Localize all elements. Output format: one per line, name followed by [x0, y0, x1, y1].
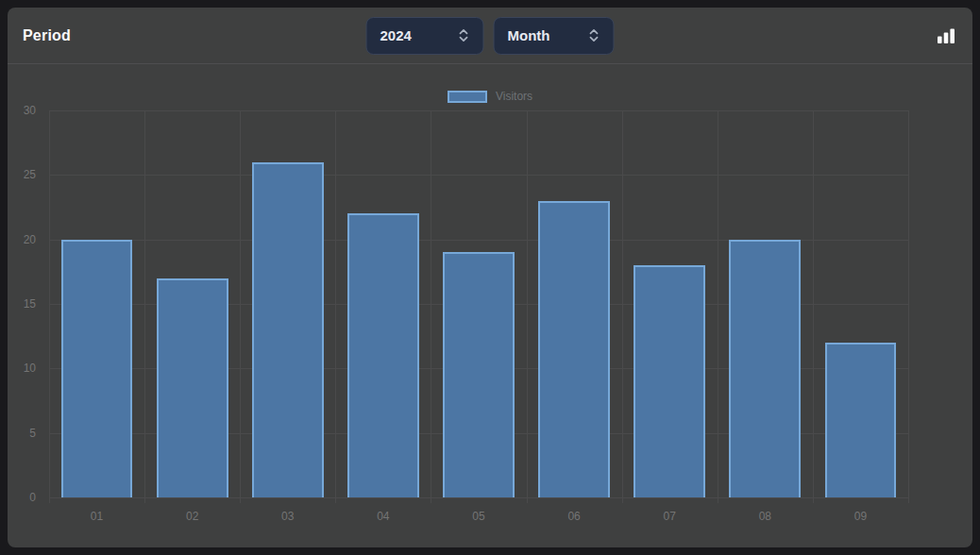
- vertical-gridline: [908, 110, 909, 503]
- horizontal-gridline: [49, 175, 908, 176]
- vertical-gridline: [718, 110, 718, 503]
- bar-01[interactable]: [61, 240, 133, 497]
- plot-area: [49, 110, 908, 497]
- vertical-gridline: [622, 110, 623, 503]
- bar-03[interactable]: [252, 162, 324, 497]
- bar-06[interactable]: [538, 201, 610, 497]
- horizontal-gridline: [49, 110, 908, 111]
- y-axis-labels: 051015202530: [8, 110, 42, 497]
- x-axis-labels: 010203040506070809: [49, 497, 908, 547]
- y-tick-label: 30: [24, 104, 36, 117]
- y-tick-label: 25: [24, 168, 36, 181]
- y-tick-label: 10: [24, 362, 36, 375]
- granularity-select-value: Month: [508, 27, 550, 43]
- panel-title: Period: [23, 27, 71, 44]
- chevrons-up-down-icon: [586, 27, 602, 43]
- vertical-gridline: [335, 110, 336, 503]
- x-tick-label: 07: [664, 510, 676, 523]
- vertical-gridline: [144, 110, 145, 503]
- x-tick-label: 03: [281, 510, 294, 523]
- vertical-gridline: [240, 110, 241, 503]
- year-select-value: 2024: [380, 27, 412, 43]
- bar-07[interactable]: [634, 265, 705, 497]
- visitors-chart: Visitors 051015202530 010203040506070809: [8, 64, 972, 547]
- bar-08[interactable]: [729, 240, 801, 497]
- y-tick-label: 15: [24, 297, 36, 311]
- x-tick-label: 01: [91, 510, 103, 523]
- chart-legend: Visitors: [8, 90, 972, 103]
- legend-swatch: [448, 91, 487, 103]
- vertical-gridline: [527, 110, 528, 503]
- bar-02[interactable]: [157, 278, 228, 497]
- x-tick-label: 09: [854, 510, 867, 523]
- bar-05[interactable]: [443, 252, 515, 497]
- filter-controls: 2024 Month: [366, 17, 615, 55]
- y-tick-label: 5: [29, 427, 36, 440]
- y-tick-label: 0: [29, 491, 36, 504]
- legend-label: Visitors: [496, 90, 532, 103]
- x-tick-label: 02: [186, 510, 198, 523]
- vertical-gridline: [431, 110, 431, 503]
- granularity-select[interactable]: Month: [494, 17, 615, 55]
- chevrons-up-down-icon: [456, 27, 472, 43]
- bar-09[interactable]: [825, 343, 897, 497]
- x-tick-label: 06: [567, 510, 580, 523]
- panel-header: Period 2024 Month: [8, 8, 972, 64]
- x-tick-label: 05: [472, 510, 484, 523]
- bar-chart-icon[interactable]: [935, 25, 957, 47]
- vertical-gridline: [49, 110, 50, 503]
- vertical-gridline: [813, 110, 814, 503]
- x-tick-label: 04: [377, 510, 389, 523]
- period-panel: Period 2024 Month: [8, 8, 972, 547]
- y-tick-label: 20: [24, 233, 36, 246]
- x-tick-label: 08: [759, 510, 771, 523]
- year-select[interactable]: 2024: [366, 17, 484, 55]
- bar-04[interactable]: [347, 213, 419, 497]
